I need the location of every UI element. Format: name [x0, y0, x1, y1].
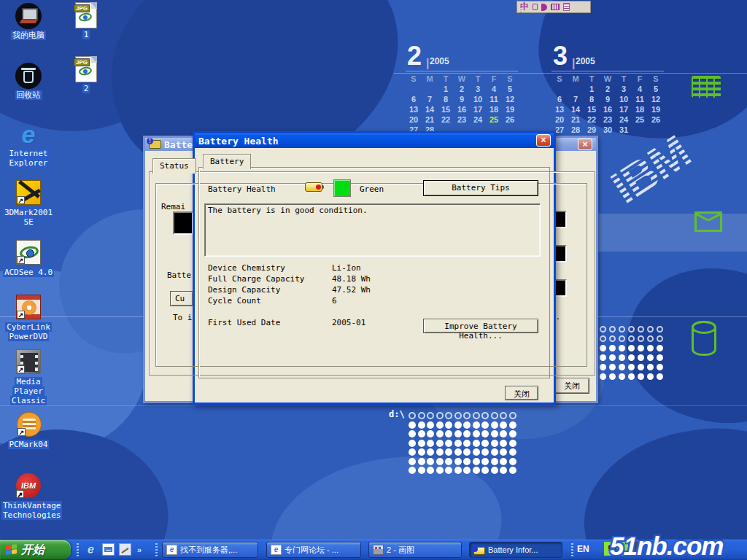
desktop-icon-3dmark2001-se[interactable]: ↗3DMark2001 SE — [1, 179, 55, 227]
dialog-tabpage — [198, 167, 550, 378]
language-bar-grip[interactable] — [520, 5, 522, 13]
dot — [445, 458, 452, 465]
calendar-day-header: M — [568, 74, 584, 84]
calendar-separator: | — [572, 57, 575, 70]
calendar-day: 18 — [632, 104, 648, 114]
dot — [418, 467, 425, 474]
dot — [409, 467, 416, 474]
dot — [500, 430, 507, 438]
quicklaunch-grip[interactable] — [77, 543, 79, 556]
desktop-icon-pcmark04[interactable]: ↗PCMark04 — [1, 411, 55, 449]
dot — [427, 458, 434, 465]
back-close-button[interactable]: 关闭 — [554, 378, 589, 394]
dot — [418, 458, 425, 465]
my-computer-icon — [15, 3, 42, 29]
show-desktop-icon[interactable] — [119, 543, 131, 556]
dot — [638, 326, 644, 332]
dot — [436, 467, 444, 474]
dot — [647, 326, 654, 332]
dialog-titlebar[interactable]: Battery Health × — [195, 133, 554, 148]
desktop-icon-cyberlink-powerdvd[interactable]: ↗CyberLink PowerDVD — [1, 294, 55, 341]
calendar-grid: SMTWTFS123456789101112131415161718192021… — [551, 74, 664, 135]
dot-grid-right — [600, 326, 666, 383]
calendar-year: 2005 — [430, 56, 449, 66]
dot — [463, 412, 471, 419]
desktop-icon-media-player-classic[interactable]: ↗Media Player Classic — [1, 349, 55, 405]
dot — [481, 440, 489, 447]
ie-quicklaunch-icon[interactable]: e — [85, 543, 97, 556]
dot — [491, 430, 498, 438]
task-label: 2 - 画图 — [387, 545, 414, 556]
battery-tips-button[interactable]: Battery Tips — [423, 180, 538, 196]
calendar-day: 19 — [648, 104, 664, 114]
calendar-day: 13 — [551, 104, 568, 114]
toolbar-menu-icon[interactable] — [563, 3, 570, 11]
taskband-grip[interactable] — [155, 543, 158, 556]
calendar-day: 18 — [486, 104, 502, 114]
dot — [463, 421, 471, 429]
dot — [638, 373, 644, 380]
dialog-close-button[interactable]: 关闭 — [505, 386, 538, 400]
language-indicator[interactable]: EN — [577, 544, 589, 554]
task-paint[interactable]: 2 - 画图 — [368, 542, 462, 558]
dot — [463, 430, 471, 438]
close-icon[interactable]: × — [536, 134, 551, 147]
health-status-value: Green — [360, 184, 384, 194]
desktop-icon-label: 1 — [69, 30, 104, 39]
calendar-day: 8 — [584, 94, 600, 104]
first-used-value: 2005-01 — [332, 318, 365, 327]
dot — [509, 430, 516, 438]
desktop-icon-internet-explorer[interactable]: eInternet Explorer — [1, 121, 55, 168]
calendar-day: 2 — [454, 84, 470, 94]
language-bar[interactable]: 中 — [516, 1, 591, 13]
tab-battery[interactable]: Battery — [203, 154, 251, 169]
task-battery-info[interactable]: Battery Infor... — [469, 542, 562, 558]
desktop-icon-recycle-bin[interactable]: 回收站 — [1, 63, 55, 100]
iepage-icon: e — [166, 545, 177, 555]
calendar-day — [551, 84, 568, 94]
dot-grid-center — [409, 412, 518, 476]
calendar-day: 3 — [616, 84, 632, 94]
outlook-express-icon[interactable] — [102, 543, 115, 556]
dot — [509, 440, 516, 447]
task-forum[interactable]: e专门网论坛 - ... — [266, 542, 361, 558]
dot — [445, 448, 452, 456]
calendar-day: 19 — [502, 104, 518, 114]
dot — [600, 326, 606, 332]
calendar-day: 22 — [584, 114, 600, 125]
task-ie-server-not-found[interactable]: e找不到服务器,... — [162, 542, 258, 558]
dot — [609, 345, 616, 351]
back-close-icon[interactable]: × — [578, 139, 592, 150]
calendar-day: 24 — [616, 114, 632, 125]
calendar-day: 22 — [438, 114, 454, 125]
start-button[interactable]: 开始 — [0, 540, 71, 559]
desktop-icon-jpg-file-1[interactable]: JPG1 — [69, 1, 104, 39]
dot — [454, 412, 462, 419]
calendar-day: 17 — [616, 104, 632, 114]
battery-icon — [305, 182, 322, 192]
cyberlink-powerdvd-icon: ↗ — [15, 295, 42, 321]
soft-keyboard-icon[interactable] — [551, 4, 560, 10]
dot — [436, 448, 444, 456]
task-label: 找不到服务器,... — [180, 545, 237, 556]
desktop-icon-label: 我的电脑 — [1, 31, 55, 40]
tab-status[interactable]: Status — [152, 158, 196, 174]
dot — [418, 448, 425, 456]
desktop-icon-my-computer[interactable]: 我的电脑 — [1, 3, 55, 40]
dot — [609, 364, 616, 370]
calendar-day: 10 — [470, 94, 486, 104]
desktop-icon-jpg-file-2[interactable]: JPG2 — [69, 55, 104, 93]
improve-battery-health-button[interactable]: Improve Battery Health... — [423, 319, 538, 333]
dot — [445, 430, 452, 438]
chevron-right-icon[interactable]: » — [137, 545, 142, 554]
dot — [418, 440, 425, 447]
ime-mode-icon[interactable] — [533, 4, 538, 10]
desktop-icon-label: Internet Explorer — [1, 149, 55, 168]
desktop-icon-thinkvantage-technologies[interactable]: IBM↗ThinkVantage Technologies — [1, 472, 55, 520]
fullwidth-icon[interactable] — [541, 4, 547, 11]
calendar-day-header: T — [470, 74, 486, 84]
batt-icon — [473, 547, 485, 555]
calendar-day: 9 — [600, 94, 616, 104]
watermark: 51nb.com — [610, 532, 723, 560]
desktop-icon-acdsee[interactable]: ↗ACDSee 4.0 — [1, 239, 55, 277]
